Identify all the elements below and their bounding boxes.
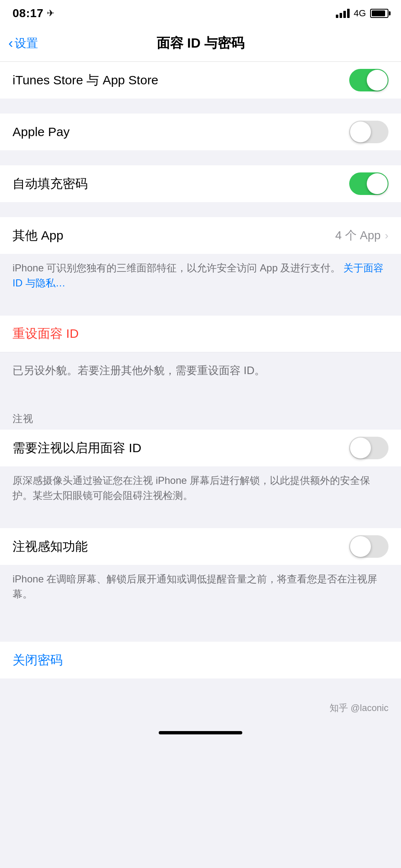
reset-face-id-label: 重设面容 ID xyxy=(13,325,79,342)
close-passcode-row[interactable]: 关闭密码 xyxy=(0,642,401,678)
divider-1 xyxy=(0,99,401,114)
require-gaze-label: 需要注视以启用面容 ID xyxy=(13,440,141,457)
divider-4 xyxy=(0,301,401,316)
other-apps-value: 4 个 App xyxy=(335,228,381,243)
home-bar xyxy=(159,731,242,734)
other-apps-value-container: 4 个 App › xyxy=(335,228,388,243)
footer: 知乎 @laconic xyxy=(0,693,401,723)
footer-text: 知乎 @laconic xyxy=(330,702,388,714)
gaze-aware-description-text: iPhone 在调暗屏幕、解锁后展开通知或调低提醒音量之前，将查看您是否在注视屏… xyxy=(13,572,388,602)
autofill-section: 自动填充密码 xyxy=(0,165,401,202)
face-id-description-text: iPhone 可识别您独有的三维面部特征，以允许安全访问 App 及进行支付。 … xyxy=(13,261,388,291)
gaze-description-text: 原深感摄像头通过验证您在注视 iPhone 屏幕后进行解锁，以此提供额外的安全保… xyxy=(13,473,388,503)
battery-icon xyxy=(370,9,388,18)
home-indicator xyxy=(0,723,401,739)
reset-face-id-row[interactable]: 重设面容 ID xyxy=(0,316,401,352)
divider-7 xyxy=(0,612,401,627)
apple-pay-label: Apple Pay xyxy=(13,125,70,139)
require-gaze-toggle[interactable] xyxy=(349,437,388,459)
apple-pay-toggle[interactable] xyxy=(349,121,388,143)
reset-face-id-section: 重设面容 ID xyxy=(0,316,401,352)
gaze-aware-row: 注视感知功能 xyxy=(0,528,401,565)
close-passcode-section: 关闭密码 xyxy=(0,642,401,678)
divider-2 xyxy=(0,150,401,165)
gaze-aware-toggle[interactable] xyxy=(349,535,388,558)
itunes-section: iTunes Store 与 App Store xyxy=(0,62,401,99)
back-button[interactable]: ‹ 设置 xyxy=(8,35,38,51)
divider-6 xyxy=(0,513,401,528)
signal-bars xyxy=(336,9,350,18)
apple-pay-section: Apple Pay xyxy=(0,114,401,150)
divider-3 xyxy=(0,202,401,217)
other-apps-label: 其他 App xyxy=(13,227,63,244)
require-gaze-row: 需要注视以启用面容 ID xyxy=(0,430,401,466)
itunes-store-toggle[interactable] xyxy=(349,69,388,91)
back-label: 设置 xyxy=(15,35,38,51)
reset-description-text: 已另设外貌。若要注册其他外貌，需要重设面容 ID。 xyxy=(13,362,388,379)
toggle-knob xyxy=(367,173,388,194)
itunes-store-label: iTunes Store 与 App Store xyxy=(13,72,158,89)
status-time: 08:17 xyxy=(13,7,43,20)
toggle-knob xyxy=(350,438,371,458)
reset-description-section: 已另设外貌。若要注册其他外貌，需要重设面容 ID。 xyxy=(0,352,401,389)
chevron-right-icon: › xyxy=(385,229,388,242)
face-id-description: iPhone 可识别您独有的三维面部特征，以允许安全访问 App 及进行支付。 … xyxy=(0,254,401,301)
close-passcode-label: 关闭密码 xyxy=(13,652,63,669)
signal-text: 4G xyxy=(354,8,366,19)
status-bar: 08:17 ✈ 4G xyxy=(0,0,401,25)
battery-fill xyxy=(372,10,385,16)
gaze-header-text: 注视 xyxy=(13,413,33,424)
gaze-aware-section: 注视感知功能 xyxy=(0,528,401,565)
autofill-row: 自动填充密码 xyxy=(0,165,401,202)
divider-5 xyxy=(0,389,401,404)
settings-content: iTunes Store 与 App Store Apple Pay 自动填充密… xyxy=(0,62,401,739)
gaze-description-section: 原深感摄像头通过验证您在注视 iPhone 屏幕后进行解锁，以此提供额外的安全保… xyxy=(0,466,401,513)
back-chevron-icon: ‹ xyxy=(8,35,13,51)
divider-8 xyxy=(0,678,401,693)
other-apps-row[interactable]: 其他 App 4 个 App › xyxy=(0,217,401,254)
autofill-toggle[interactable] xyxy=(349,172,388,195)
nav-bar: ‹ 设置 面容 ID 与密码 xyxy=(0,25,401,62)
toggle-knob xyxy=(367,70,388,91)
page-title: 面容 ID 与密码 xyxy=(157,34,244,53)
gaze-section-header: 注视 xyxy=(0,404,401,430)
apple-pay-row: Apple Pay xyxy=(0,114,401,150)
location-icon: ✈ xyxy=(47,8,54,19)
itunes-store-row: iTunes Store 与 App Store xyxy=(0,62,401,99)
gaze-aware-description-section: iPhone 在调暗屏幕、解锁后展开通知或调低提醒音量之前，将查看您是否在注视屏… xyxy=(0,565,401,612)
require-gaze-section: 需要注视以启用面容 ID xyxy=(0,430,401,466)
other-apps-section: 其他 App 4 个 App › xyxy=(0,217,401,254)
toggle-knob xyxy=(350,536,371,557)
status-icons: 4G xyxy=(336,8,388,19)
gaze-aware-label: 注视感知功能 xyxy=(13,538,88,555)
toggle-knob xyxy=(350,121,371,142)
autofill-label: 自动填充密码 xyxy=(13,175,88,192)
